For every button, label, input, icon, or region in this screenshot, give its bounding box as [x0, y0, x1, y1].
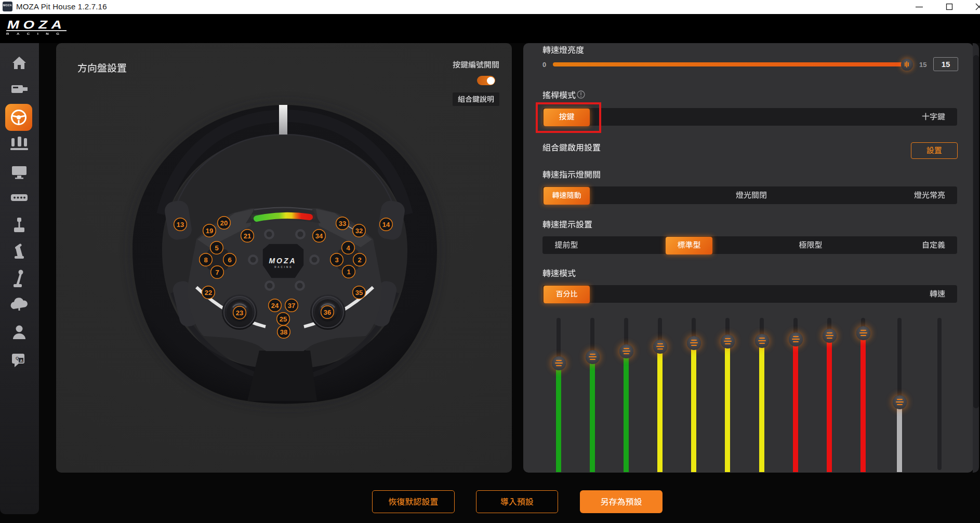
svg-text:25: 25 — [280, 315, 287, 323]
svg-text:Q: Q — [16, 356, 19, 360]
svg-text:21: 21 — [244, 232, 251, 240]
svg-text:24: 24 — [271, 302, 279, 310]
svg-text:8: 8 — [204, 256, 207, 264]
svg-text:37: 37 — [288, 302, 295, 310]
svg-text:19: 19 — [206, 227, 213, 235]
svg-text:34: 34 — [315, 232, 323, 240]
svg-text:32: 32 — [355, 227, 363, 235]
svg-text:6: 6 — [228, 256, 231, 264]
svg-text:36: 36 — [324, 309, 331, 316]
svg-text:14: 14 — [382, 221, 390, 229]
svg-text:35: 35 — [355, 289, 363, 297]
svg-text:38: 38 — [280, 328, 287, 336]
svg-text:A: A — [20, 358, 23, 363]
svg-text:23: 23 — [236, 309, 243, 317]
svg-text:1: 1 — [347, 268, 350, 276]
svg-text:20: 20 — [220, 219, 228, 227]
svg-text:33: 33 — [339, 220, 346, 227]
svg-text:4: 4 — [346, 244, 350, 252]
svg-text:2: 2 — [357, 256, 361, 264]
svg-text:13: 13 — [177, 221, 184, 229]
svg-text:RACING: RACING — [274, 266, 293, 269]
svg-text:5: 5 — [215, 244, 218, 252]
svg-text:7: 7 — [215, 269, 219, 276]
svg-text:3: 3 — [335, 256, 338, 264]
svg-text:MOZA: MOZA — [269, 257, 296, 265]
svg-text:22: 22 — [205, 289, 212, 297]
